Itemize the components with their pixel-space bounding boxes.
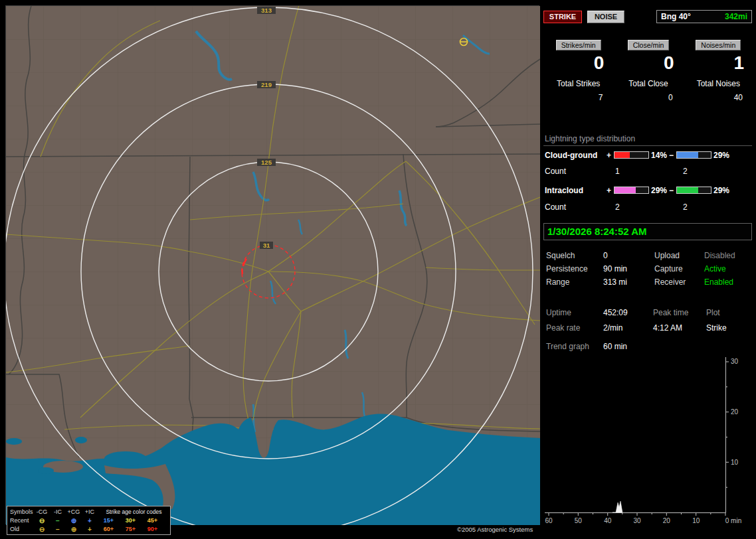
svg-text:20: 20	[731, 408, 739, 416]
plus-sign: +	[607, 151, 611, 160]
recent-neg-ic-icon: −	[50, 516, 66, 525]
squelch-value: 0	[603, 251, 608, 260]
legend-col-neg-ic: -IC	[50, 508, 66, 516]
stats-row: Peak rate 2/min 4:12 AM Strike	[543, 323, 753, 334]
recent-pos-ic-icon: +	[82, 516, 98, 525]
legend-col-pos-ic: +IC	[82, 508, 98, 516]
peak-time-value: 4:12 AM	[653, 323, 682, 333]
ic-minus-percent: 29%	[713, 186, 729, 195]
legend-row-old-label: Old	[7, 525, 34, 534]
settings-row: Squelch 0 Upload Disabled	[543, 251, 753, 262]
total-close-label: Total Close	[613, 79, 683, 88]
uptime-label: Uptime	[546, 308, 571, 317]
close-per-min-value: 0	[613, 53, 683, 73]
strikes-per-min-badge: Strikes/min	[556, 40, 601, 50]
range-value: 313 mi	[603, 277, 627, 287]
svg-text:50: 50	[575, 517, 583, 524]
ic-plus-percent: 29%	[651, 186, 667, 195]
noise-toggle-button[interactable]: NOISE	[587, 11, 624, 23]
distribution-title: Lightning type distribution	[545, 134, 635, 143]
datetime-display: 1/30/2026 8:24:52 AM	[543, 223, 752, 240]
settings-row: Range 313 mi Receiver Enabled	[543, 277, 753, 288]
app-window: { "map": { "range_labels": ["313", "219"…	[0, 0, 756, 539]
map-legend: Symbols -CG -IC +CG +IC Strike age color…	[7, 506, 171, 535]
range-label: Range	[546, 277, 569, 287]
stats-row: Uptime 452:09 Peak time Plot	[543, 308, 753, 319]
separator-line	[543, 145, 752, 146]
upload-status: Disabled	[704, 251, 735, 260]
trend-graph-label: Trend graph	[546, 342, 589, 351]
old-pos-cg-icon: ⊕	[66, 525, 82, 534]
trend-graph-value: 60 min	[603, 342, 627, 351]
uptime-value: 452:09	[603, 308, 628, 317]
range-label-125: 125	[261, 159, 272, 166]
ic-plus-bar	[614, 187, 649, 194]
receiver-label: Receiver	[654, 277, 686, 287]
svg-text:30: 30	[633, 517, 641, 524]
noises-per-min-value: 1	[684, 53, 753, 73]
peak-rate-label: Peak rate	[546, 323, 580, 333]
settings-row: Persistence 90 min Capture Active	[543, 264, 753, 275]
svg-text:40: 40	[604, 517, 612, 524]
intracloud-count-row: Count 2 2	[543, 202, 753, 212]
total-close-value: 0	[613, 93, 683, 102]
age-code-30: 30+	[120, 516, 142, 525]
total-strikes-value: 7	[543, 93, 613, 102]
range-label-219: 219	[261, 81, 272, 88]
svg-text:0 min: 0 min	[725, 517, 741, 524]
persistence-value: 90 min	[603, 264, 627, 273]
cg-minus-percent: 29%	[713, 151, 729, 160]
count-label: Count	[545, 202, 566, 212]
recent-neg-cg-icon: ⊖	[34, 516, 50, 525]
ic-minus-count: 2	[683, 202, 688, 212]
legend-col-pos-cg: +CG	[66, 508, 82, 516]
plot-label: Plot	[706, 308, 720, 317]
x-axis-labels: 60 50 40 30 20 10 0 min	[545, 517, 741, 524]
recent-pos-cg-icon: ⊕	[66, 516, 82, 525]
trend-spike	[613, 501, 622, 512]
peak-rate-value: 2/min	[603, 323, 622, 333]
minus-sign: −	[669, 186, 674, 195]
total-strikes-label: Total Strikes	[543, 79, 613, 88]
legend-col-neg-cg: -CG	[34, 508, 50, 516]
peak-time-label: Peak time	[653, 308, 688, 317]
trend-graph: 30 20 10 60 50 40 30 20 10 0 min	[543, 356, 752, 530]
status-panel: STRIKE NOISE Bng 40° 342mi Strikes/min 0…	[543, 5, 753, 534]
svg-text:30: 30	[731, 358, 739, 365]
age-code-75: 75+	[120, 525, 142, 534]
strike-toggle-button[interactable]: STRIKE	[543, 11, 582, 23]
svg-text:60: 60	[545, 517, 553, 524]
bearing-distance: 342mi	[725, 12, 747, 21]
ic-minus-bar	[676, 187, 711, 194]
trend-axes	[545, 357, 729, 516]
cloud-ground-row: Cloud-ground + 14% − 29%	[543, 151, 753, 160]
capture-status: Active	[704, 264, 726, 273]
lightning-map[interactable]: 313 219 125 31	[5, 5, 539, 524]
legend-age-title: Strike age color codes	[98, 508, 170, 516]
cg-plus-bar	[614, 151, 649, 159]
cg-minus-count: 2	[683, 167, 688, 176]
legend-symbols-title: Symbols	[7, 508, 34, 516]
cg-minus-bar	[676, 151, 711, 159]
age-code-45: 45+	[142, 516, 163, 525]
bearing-label: Bng 40°	[661, 12, 691, 21]
old-pos-ic-icon: +	[82, 525, 98, 534]
close-per-min-badge: Close/min	[628, 40, 670, 50]
intracloud-row: Intracloud + 29% − 29%	[543, 186, 753, 195]
range-label-313: 313	[261, 7, 272, 14]
cg-plus-count: 1	[615, 167, 620, 176]
y-axis-labels: 30 20 10	[731, 358, 739, 466]
range-label-31: 31	[263, 242, 270, 249]
bearing-readout: Bng 40° 342mi	[656, 10, 752, 23]
trend-row: Trend graph 60 min	[543, 342, 753, 352]
plus-sign: +	[607, 186, 611, 195]
strikes-per-min-value: 0	[543, 53, 613, 73]
svg-text:10: 10	[692, 517, 700, 524]
capture-label: Capture	[654, 264, 683, 273]
copyright-text: ©2005 Astrogenic Systems	[457, 526, 533, 533]
squelch-label: Squelch	[546, 251, 575, 260]
noises-per-min-badge: Noises/min	[696, 40, 741, 50]
ic-plus-count: 2	[615, 202, 620, 212]
age-code-15: 15+	[98, 516, 120, 525]
total-noises-value: 40	[684, 93, 753, 102]
